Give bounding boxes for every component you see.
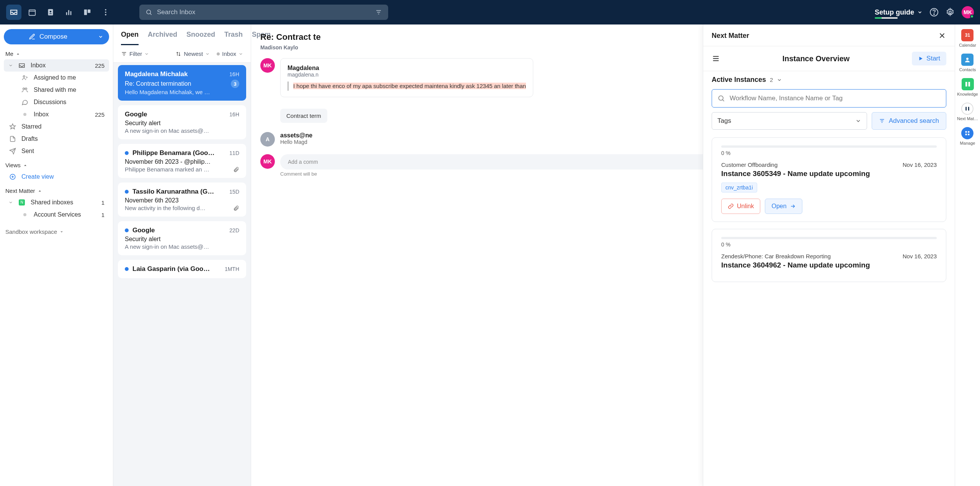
svg-rect-25 bbox=[968, 82, 970, 86]
svg-point-18 bbox=[23, 113, 26, 116]
user-avatar[interactable]: MK bbox=[962, 6, 974, 18]
search-bar[interactable] bbox=[139, 5, 388, 20]
sidebar-item-account-services[interactable]: Account Services 1 bbox=[4, 209, 109, 221]
chevron-down-icon bbox=[855, 118, 861, 124]
tags-select[interactable]: Tags bbox=[712, 112, 867, 130]
active-instances-header[interactable]: Active Instances 2 bbox=[712, 76, 946, 84]
inbox-tabs: Open Archived Snoozed Trash Spam bbox=[113, 24, 251, 45]
section-views[interactable]: Views bbox=[5, 162, 109, 168]
instance-name: Instance 3605349 - Name update upcoming bbox=[721, 170, 937, 178]
tab-open[interactable]: Open bbox=[121, 31, 139, 45]
unread-dot-icon bbox=[125, 151, 129, 155]
help-icon[interactable] bbox=[929, 8, 939, 17]
sidebar-item-count: 225 bbox=[95, 62, 105, 69]
workspace-selector[interactable]: Sandbox workspace bbox=[5, 228, 109, 235]
create-view-link[interactable]: Create view bbox=[4, 171, 109, 183]
setup-guide[interactable]: Setup guide bbox=[875, 8, 923, 16]
close-icon[interactable] bbox=[938, 31, 946, 40]
nav-board-icon[interactable] bbox=[80, 5, 95, 20]
nav-more-icon[interactable] bbox=[98, 5, 113, 20]
sidebar-item-count: 1 bbox=[101, 212, 105, 218]
chevron-down-icon bbox=[98, 34, 103, 39]
section-next-matter[interactable]: Next Matter bbox=[5, 188, 109, 194]
inbox-scope-button[interactable]: Inbox bbox=[217, 51, 243, 57]
message-card[interactable]: Magdalena Michalak 16H Re: Contract term… bbox=[118, 65, 246, 101]
nav-inbox-icon[interactable] bbox=[6, 5, 21, 20]
tab-snoozed[interactable]: Snoozed bbox=[186, 31, 215, 45]
svg-point-11 bbox=[147, 10, 151, 14]
contacts-icon bbox=[961, 54, 973, 66]
nav-analytics-icon[interactable] bbox=[61, 5, 77, 20]
app-manage[interactable]: Manage bbox=[960, 127, 975, 145]
message-subject: Security alert bbox=[125, 236, 160, 243]
progress-bar bbox=[721, 237, 937, 239]
bubble-footer: Contract term bbox=[280, 109, 327, 123]
svg-rect-4 bbox=[68, 10, 69, 15]
calendar-icon: 31 bbox=[961, 29, 973, 41]
advanced-search-button[interactable]: Advanced search bbox=[872, 112, 946, 130]
assigned-icon bbox=[21, 74, 29, 81]
nav-contacts-icon[interactable] bbox=[43, 5, 58, 20]
message-list: Open Archived Snoozed Trash Spam Filter … bbox=[113, 24, 251, 486]
sidebar-item-inbox-sub[interactable]: Inbox 225 bbox=[4, 108, 109, 121]
app-calendar[interactable]: 31 Calendar bbox=[959, 29, 976, 47]
message-card[interactable]: Philippe Benamara (Goo…11D November 6th … bbox=[118, 144, 246, 178]
message-subject: Re: Contract termination bbox=[125, 80, 227, 87]
search-icon bbox=[717, 95, 725, 102]
instance-card: 0 % Zendesk/Phone: Car Breakdown Reporti… bbox=[712, 229, 946, 282]
app-knowledge[interactable]: Knowledge bbox=[957, 78, 978, 96]
tab-archived[interactable]: Archived bbox=[148, 31, 177, 45]
message-preview: A new sign-in on Mac assets@… bbox=[125, 127, 239, 134]
sidebar-item-shared[interactable]: Shared with me bbox=[4, 84, 109, 96]
app-label: Manage bbox=[960, 141, 975, 145]
gear-icon[interactable] bbox=[946, 8, 955, 17]
arrow-right-icon bbox=[790, 203, 796, 209]
instance-tag[interactable]: cnv_zrtba1i bbox=[721, 183, 757, 192]
sidebar-item-shared-inboxes[interactable]: N Shared inboxes 1 bbox=[4, 196, 109, 209]
open-button[interactable]: Open bbox=[765, 199, 802, 214]
compose-dropdown[interactable] bbox=[92, 29, 109, 44]
instance-search[interactable] bbox=[712, 89, 946, 108]
message-card[interactable]: Google22D Security alert A new sign-in o… bbox=[118, 221, 246, 255]
message-card[interactable]: Tassilo Karunarathna (G…15D November 6th… bbox=[118, 183, 246, 217]
compose-button[interactable]: Compose bbox=[4, 29, 92, 44]
user-avatar: MK bbox=[260, 154, 275, 169]
inbox-icon bbox=[18, 62, 26, 69]
message-preview: Philippe Benamara marked an … bbox=[125, 166, 230, 173]
message-card[interactable]: Laia Gasparin (via Goo…1MTH bbox=[118, 260, 246, 278]
sidebar-item-sent[interactable]: Sent bbox=[4, 145, 109, 157]
filter-bar: Filter Newest Inbox bbox=[113, 45, 251, 63]
filter-icon[interactable] bbox=[375, 9, 382, 16]
sidebar-item-inbox[interactable]: Inbox 225 bbox=[4, 59, 109, 72]
instance-search-input[interactable] bbox=[730, 95, 941, 102]
nav-calendar-icon[interactable] bbox=[24, 5, 40, 20]
attachment-icon bbox=[233, 205, 239, 211]
sidebar-item-discussions[interactable]: Discussions bbox=[4, 96, 109, 108]
sort-button[interactable]: Newest bbox=[175, 51, 210, 57]
start-button[interactable]: Start bbox=[912, 52, 946, 65]
next-matter-icon bbox=[961, 103, 973, 115]
tab-trash[interactable]: Trash bbox=[224, 31, 243, 45]
sidebar-item-assigned[interactable]: Assigned to me bbox=[4, 72, 109, 84]
topbar-right: Setup guide MK bbox=[875, 6, 974, 18]
panel-subtitle: Instance Overview bbox=[720, 54, 912, 63]
chevron-down-icon bbox=[8, 63, 13, 68]
section-me[interactable]: Me bbox=[5, 51, 109, 57]
search-input[interactable] bbox=[157, 8, 371, 16]
app-contacts[interactable]: Contacts bbox=[959, 54, 976, 72]
sidebar-item-drafts[interactable]: Drafts bbox=[4, 133, 109, 145]
message-time: 1MTH bbox=[225, 266, 239, 272]
panel-menu-icon[interactable] bbox=[712, 54, 720, 63]
chevron-down-icon bbox=[205, 52, 210, 56]
sidebar-item-label: Account Services bbox=[34, 211, 81, 218]
message-card[interactable]: Google16H Security alert A new sign-in o… bbox=[118, 105, 246, 139]
filter-button[interactable]: Filter bbox=[121, 51, 149, 57]
message-time: 16H bbox=[229, 71, 239, 77]
chevron-down-icon bbox=[144, 52, 149, 56]
unlink-button[interactable]: Unlink bbox=[721, 199, 760, 214]
manage-icon bbox=[961, 127, 973, 139]
bubble-body: I hope thi have enco of my apa subscribe… bbox=[287, 82, 526, 91]
sidebar-item-starred[interactable]: Starred bbox=[4, 121, 109, 133]
app-next-matter[interactable]: Next Mat… bbox=[957, 103, 978, 121]
thread-count-badge: 3 bbox=[231, 80, 239, 88]
